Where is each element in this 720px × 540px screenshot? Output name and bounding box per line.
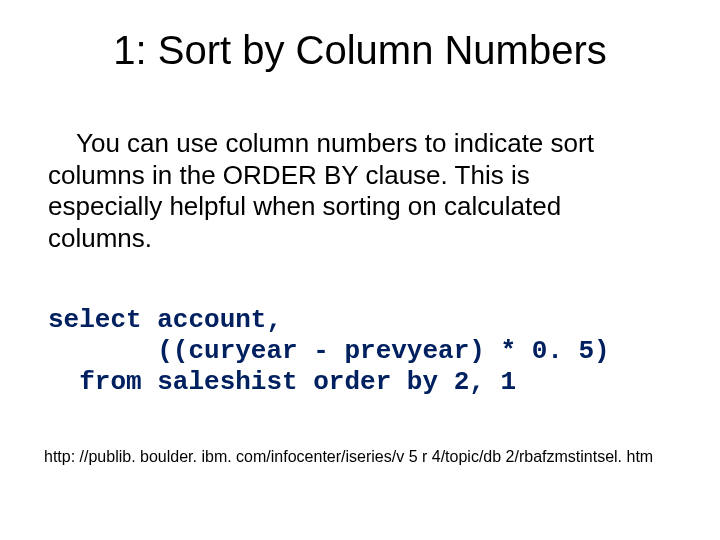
body-paragraph: You can use column numbers to indicate s… bbox=[48, 128, 648, 255]
reference-url: http: //publib. boulder. ibm. com/infoce… bbox=[44, 448, 684, 466]
code-block: select account, ((curyear - prevyear) * … bbox=[48, 305, 688, 399]
slide-title: 1: Sort by Column Numbers bbox=[0, 28, 720, 73]
slide: 1: Sort by Column Numbers You can use co… bbox=[0, 0, 720, 540]
